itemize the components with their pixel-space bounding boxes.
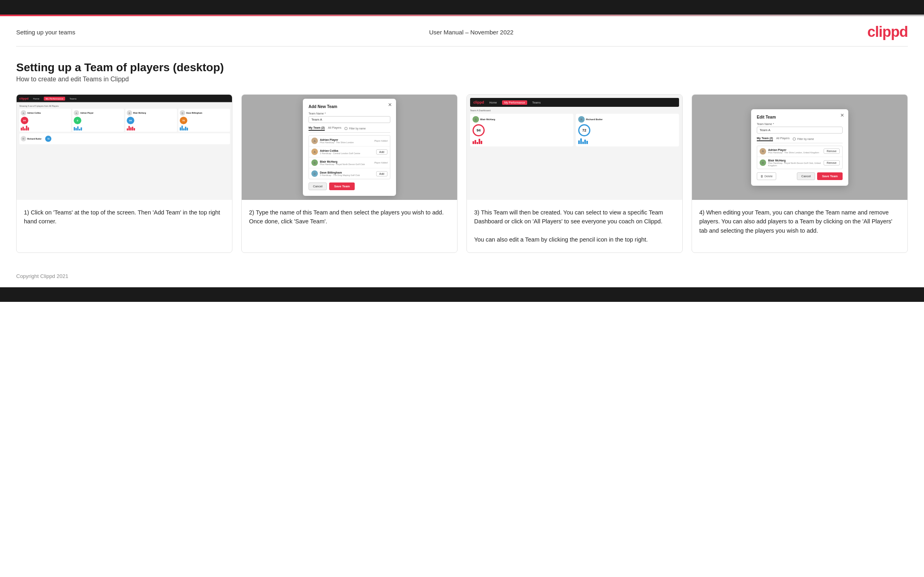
modal-overlay-2: Add New Team ✕ Team Name * Team A My Tea… <box>242 95 457 200</box>
card-1-text: 1) Click on 'Teams' at the top of the sc… <box>17 200 232 252</box>
card-2-screenshot: Add New Team ✕ Team Name * Team A My Tea… <box>242 95 457 200</box>
modal-overlay-4: Edit Team ✕ Team Name * Team A My Team (… <box>692 95 907 200</box>
card-3: clippd Home My Performance Teams Team A … <box>466 94 683 253</box>
edit-modal-close-icon: ✕ <box>840 112 844 118</box>
team-name-label: Team Name * <box>309 112 390 115</box>
mock-team-dashboard: clippd Home My Performance Teams Team A … <box>467 95 682 200</box>
modal-title-2: Add New Team <box>309 104 390 109</box>
edit-team-name-label: Team Name * <box>757 123 843 125</box>
cards-container: clippd Home My Performance Teams Showing… <box>0 90 924 265</box>
card-3-screenshot: clippd Home My Performance Teams Team A … <box>467 95 682 200</box>
mock-topbar-1: clippd Home My Performance Teams <box>17 95 232 102</box>
edit-tab-all-players[interactable]: All Players <box>776 137 790 141</box>
save-team-button-2[interactable]: Save Team <box>329 182 355 190</box>
edit-tab-my-team[interactable]: My Team (2) <box>757 137 773 141</box>
player-list-modal2: A Adrian Player Plus Handicap · The Shir… <box>309 135 390 179</box>
mock-player-card-1: A Adrian Coliba 84 <box>19 109 71 132</box>
player-row-1: A Adrian Player Plus Handicap · The Shir… <box>309 136 390 146</box>
edit-player-row-2: B Blair McHarg Plus Handicap · Royal Nor… <box>757 157 842 169</box>
player-row-4: D Dave Billingham 5 Handicap · The Ding … <box>309 168 390 179</box>
mock-topbar-3: clippd Home My Performance Teams <box>470 98 679 107</box>
header-logo: clippd <box>867 23 908 40</box>
team-name-input[interactable]: Team A <box>309 116 390 123</box>
cancel-button-2[interactable]: Cancel <box>309 182 327 190</box>
mock-players-grid-1: A Adrian Coliba 84 <box>19 109 230 132</box>
edit-player-row-1: A Adrian Player Plus Handicap · The Shir… <box>757 146 842 157</box>
card-4: Edit Team ✕ Team Name * Team A My Team (… <box>692 94 908 253</box>
modal-tabs-2: My Team (2) All Players Filter by name <box>309 126 390 133</box>
delete-team-button[interactable]: 🗑 Delete <box>757 172 776 180</box>
remove-player-btn-2[interactable]: Remove <box>824 160 840 165</box>
header-left-text: Setting up your teams <box>16 29 75 36</box>
add-team-modal: Add New Team ✕ Team Name * Team A My Tea… <box>303 99 396 196</box>
copyright-text: Copyright Clippd 2021 <box>16 273 68 279</box>
save-team-button-4[interactable]: Save Team <box>817 172 843 180</box>
team-player-card-blair: B Blair McHarg 94 <box>470 114 573 146</box>
filter-checkbox[interactable] <box>345 127 347 130</box>
page-title: Setting up a Team of players (desktop) <box>16 61 908 74</box>
edit-filter-label: Filter by name <box>797 138 814 140</box>
team-player-card-richard: R Richard Butler 72 <box>576 114 679 146</box>
filter-label: Filter by name <box>349 127 366 130</box>
footer: Copyright Clippd 2021 <box>0 265 924 287</box>
page-title-section: Setting up a Team of players (desktop) H… <box>0 47 924 90</box>
player-row-3: B Blair McHarg Plus Handicap · Royal Nor… <box>309 157 390 168</box>
mock-logo-1: clippd <box>19 97 29 100</box>
edit-team-name-input[interactable]: Team A <box>757 127 843 134</box>
edit-avatar-2: B <box>760 159 766 166</box>
edit-player-list: A Adrian Player Plus Handicap · The Shir… <box>757 146 843 169</box>
modal-footer-2: Cancel Save Team <box>309 182 390 190</box>
mock-player-card-3: B Blair McHarg 94 <box>125 109 177 132</box>
avatar-2: A <box>311 148 318 155</box>
edit-modal-tabs: My Team (2) All Players Filter by name <box>757 137 843 143</box>
mock-player-card-5: R Richard Butler 72 <box>19 133 230 144</box>
avatar-1: A <box>311 138 318 144</box>
mock-dashboard-1: clippd Home My Performance Teams Showing… <box>17 95 232 200</box>
edit-modal-footer: 🗑 Delete Cancel Save Team <box>757 172 843 180</box>
card-1: clippd Home My Performance Teams Showing… <box>16 94 232 253</box>
add-player-btn-1[interactable]: Add <box>376 149 387 155</box>
mock-content-1: Showing 5 out of 5 players from All Play… <box>17 102 232 200</box>
avatar-4: D <box>311 170 318 177</box>
edit-modal-title: Edit Team <box>757 115 843 119</box>
player-row-2: A Adrian Coliba 1 Handicap · Central Lon… <box>309 146 390 157</box>
card-4-text: 4) When editing your Team, you can chang… <box>692 200 907 252</box>
edit-team-modal: Edit Team ✕ Team Name * Team A My Team (… <box>751 109 848 186</box>
trash-icon: 🗑 <box>760 175 763 178</box>
page-subtitle: How to create and edit Teams in Clippd <box>16 76 908 83</box>
card-3-text: 3) This Team will then be created. You c… <box>467 200 682 252</box>
team-dash-players: B Blair McHarg 94 <box>470 114 679 146</box>
remove-player-btn-1[interactable]: Remove <box>824 148 840 154</box>
edit-filter-by-name: Filter by name <box>793 137 814 141</box>
card-2: Add New Team ✕ Team Name * Team A My Tea… <box>241 94 458 253</box>
header-center-text: User Manual – November 2022 <box>429 29 513 36</box>
bottom-bar <box>0 287 924 302</box>
add-player-btn-2[interactable]: Add <box>376 171 387 176</box>
mock-player-card-4: D Dave Billingham 78 <box>178 109 230 132</box>
card-2-text: 2) Type the name of this Team and then s… <box>242 200 457 252</box>
card-1-screenshot: clippd Home My Performance Teams Showing… <box>17 95 232 200</box>
filter-by-name: Filter by name <box>345 126 366 131</box>
edit-filter-checkbox[interactable] <box>793 138 796 140</box>
header: Setting up your teams User Manual – Nove… <box>0 16 924 46</box>
edit-modal-actions: Cancel Save Team <box>797 172 843 180</box>
card-4-screenshot: Edit Team ✕ Team Name * Team A My Team (… <box>692 95 907 200</box>
tab-my-team[interactable]: My Team (2) <box>309 126 325 131</box>
avatar-3: B <box>311 159 318 166</box>
edit-avatar-1: A <box>760 148 766 155</box>
cancel-button-4[interactable]: Cancel <box>797 172 815 180</box>
top-bar <box>0 0 924 15</box>
modal-close-icon-2: ✕ <box>388 102 392 108</box>
tab-all-players[interactable]: All Players <box>328 126 341 131</box>
mock-player-card-2: A Adrian Player 0 <box>72 109 124 132</box>
